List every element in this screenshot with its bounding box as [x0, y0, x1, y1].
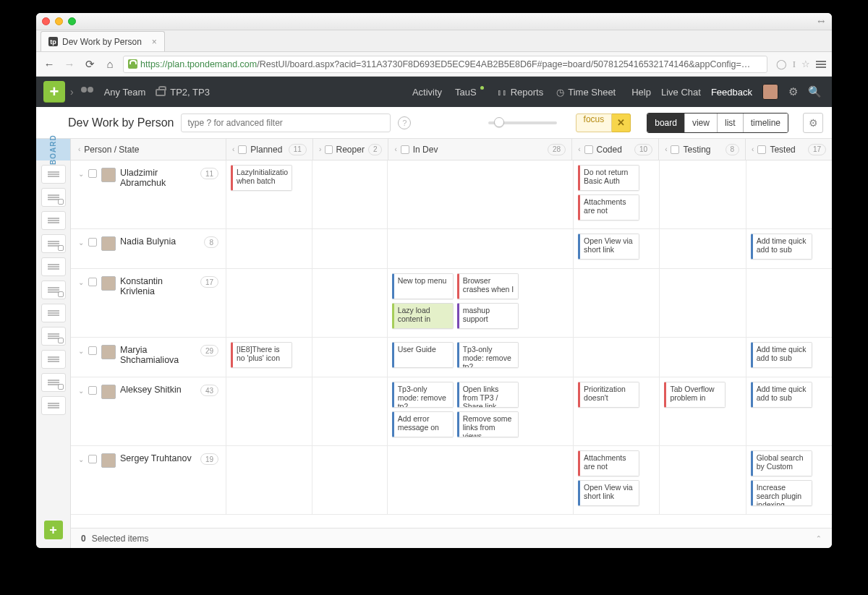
home-button[interactable]: ⌂ — [103, 57, 117, 72]
row-checkbox[interactable] — [88, 386, 97, 395]
column-header[interactable]: ‹Coded10 — [572, 139, 659, 160]
expand-icon[interactable]: ⤢ — [815, 16, 827, 28]
board-cell[interactable] — [312, 269, 387, 337]
rail-view-item[interactable] — [41, 304, 66, 322]
card[interactable]: Prioritization doesn't — [578, 382, 639, 408]
shield-icon[interactable]: ◯ — [776, 59, 787, 70]
card[interactable]: [IE8]There is no 'plus' icon — [231, 342, 292, 368]
view-settings-button[interactable]: ⚙ — [803, 113, 823, 133]
card[interactable]: Tp3-only mode: remove tp2 — [457, 342, 519, 368]
card[interactable]: Open View via short link — [578, 480, 639, 506]
board-cell[interactable] — [226, 269, 312, 337]
collapse-row-icon[interactable]: ⌄ — [78, 278, 84, 286]
card[interactable]: Attachments are not — [578, 450, 639, 476]
column-checkbox[interactable] — [238, 145, 247, 154]
row-label[interactable]: ⌄Uladzimir Abramchuk11 — [71, 160, 226, 228]
rail-view-item[interactable] — [41, 373, 66, 392]
rail-view-item[interactable] — [41, 281, 66, 299]
collapse-row-icon[interactable]: ⌄ — [78, 387, 84, 395]
card[interactable]: Open View via short link — [578, 234, 639, 260]
card[interactable]: Open links from TP3 / Share link — [457, 382, 519, 408]
board-cell[interactable] — [660, 269, 746, 337]
board-cell[interactable]: User GuideTp3-only mode: remove tp2 — [388, 338, 574, 377]
board-cell[interactable] — [574, 269, 660, 337]
row-checkbox[interactable] — [88, 238, 97, 247]
board-cell[interactable] — [574, 338, 660, 377]
reports-link[interactable]: ⫾⫾Reports — [497, 87, 544, 98]
mode-list[interactable]: list — [718, 114, 744, 132]
column-checkbox[interactable] — [401, 145, 409, 154]
collapse-row-icon[interactable]: ⌄ — [78, 455, 84, 463]
collapse-row-icon[interactable]: ⌄ — [78, 239, 84, 247]
column-header[interactable]: ‹Planned11 — [226, 139, 313, 160]
mode-view[interactable]: view — [685, 114, 718, 132]
board-cell[interactable]: New top menuBrowser crashes when ILazy l… — [388, 269, 574, 337]
card[interactable]: Increase search plugin indexing — [751, 480, 812, 506]
card[interactable]: Add time quick add to sub — [751, 342, 812, 368]
row-label[interactable]: ⌄Nadia Bulynia8 — [71, 229, 226, 268]
board-cell[interactable] — [312, 338, 387, 377]
card[interactable]: Tp3-only mode: remove tp2 — [392, 382, 454, 408]
rail-view-item[interactable] — [41, 211, 66, 230]
rail-view-item[interactable] — [41, 188, 66, 207]
board-cell[interactable]: Add time quick add to sub — [746, 377, 832, 445]
row-label[interactable]: ⌄Sergey Truhtanov19 — [71, 446, 226, 514]
board-cell[interactable]: LazyInitializatio when batch — [226, 160, 312, 228]
board-cell[interactable] — [746, 160, 832, 228]
help-icon[interactable]: ? — [398, 116, 411, 129]
settings-icon[interactable]: ⚙ — [788, 85, 798, 98]
row-checkbox[interactable] — [88, 455, 97, 463]
board-cell[interactable]: Do not return Basic AuthAttachments are … — [574, 160, 660, 228]
search-icon[interactable]: 🔍 — [808, 85, 822, 98]
column-header[interactable]: ‹Testing8 — [659, 139, 746, 160]
activity-link[interactable]: Activity — [412, 87, 442, 98]
row-checkbox[interactable] — [88, 278, 97, 286]
board-cell[interactable] — [312, 229, 387, 268]
row-checkbox[interactable] — [88, 346, 97, 355]
rail-view-item[interactable] — [41, 165, 66, 184]
column-checkbox[interactable] — [671, 145, 679, 154]
add-chevron-icon[interactable]: › — [70, 86, 74, 98]
card[interactable]: LazyInitializatio when batch — [231, 165, 292, 191]
board-cell[interactable] — [660, 229, 746, 268]
feedback-link[interactable]: Feedback — [711, 87, 752, 98]
zoom-slider[interactable] — [488, 121, 557, 124]
board-cell[interactable]: Add time quick add to sub — [746, 338, 832, 377]
team-selector[interactable]: Any Team — [104, 87, 146, 98]
column-header[interactable]: ›Reoper2 — [313, 139, 389, 160]
card[interactable]: Attachments are not — [578, 194, 639, 221]
add-button[interactable]: + — [43, 81, 65, 103]
taus-link[interactable]: TauS — [455, 87, 484, 98]
board-cell[interactable] — [226, 229, 312, 268]
help-link[interactable]: Help — [631, 87, 651, 98]
zoom-window-button[interactable] — [68, 17, 76, 25]
filter-input[interactable] — [181, 114, 391, 132]
card[interactable]: Add error message on — [392, 411, 454, 437]
identity-icon[interactable]: I — [793, 59, 796, 70]
user-avatar[interactable] — [762, 84, 778, 100]
board-cell[interactable] — [226, 446, 312, 514]
chevron-icon[interactable]: ‹ — [752, 145, 754, 153]
rail-view-item[interactable] — [41, 234, 66, 253]
board-cell[interactable] — [660, 338, 746, 377]
board-cell[interactable]: Open View via short link — [574, 229, 660, 268]
address-bar[interactable]: https ://plan.tpondemand.com /RestUI/boa… — [123, 56, 767, 73]
minimize-window-button[interactable] — [55, 17, 63, 25]
board-cell[interactable] — [746, 269, 832, 337]
close-window-button[interactable] — [42, 17, 50, 25]
board-cell[interactable] — [388, 160, 574, 228]
card[interactable]: Lazy load content in — [392, 303, 454, 329]
card[interactable]: Remove some links from views — [457, 411, 519, 437]
board-cell[interactable]: Prioritization doesn't — [574, 377, 660, 445]
board-cell[interactable]: Tab Overflow problem in — [660, 377, 746, 445]
column-checkbox[interactable] — [757, 145, 766, 154]
board-cell[interactable] — [388, 229, 574, 268]
rail-view-item[interactable] — [41, 257, 66, 276]
board-cell[interactable] — [312, 377, 387, 445]
column-checkbox[interactable] — [325, 145, 332, 154]
card[interactable]: mashup support — [457, 303, 519, 329]
row-checkbox[interactable] — [88, 169, 97, 178]
collapse-row-icon[interactable]: ⌄ — [78, 170, 84, 178]
collapse-footer-icon[interactable]: ⌄ — [816, 534, 822, 542]
card[interactable]: Global search by Custom — [751, 450, 812, 476]
